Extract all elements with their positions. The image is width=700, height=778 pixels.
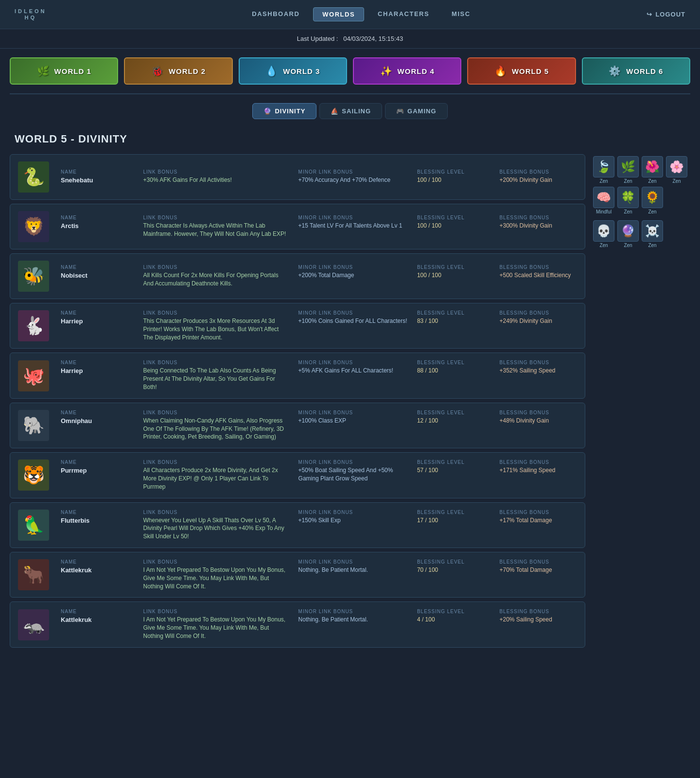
deity-col-minor: Minor Link Bonus +100% Coins Gained For … xyxy=(294,310,412,325)
deity-name-value: Kattlekruk xyxy=(61,616,134,624)
world5-label: WORLD 5 xyxy=(512,67,549,75)
minor-bonus-label: Minor Link Bonus xyxy=(298,215,407,220)
deity-col-link: Link Bonus This Character Produces 3x Mo… xyxy=(139,310,294,341)
world2-label: WORLD 2 xyxy=(169,67,206,75)
deity-name-value: Snehebatu xyxy=(61,176,134,185)
deity-card: 🐝 Name Nobisect Link Bonus All Kills Cou… xyxy=(10,253,585,299)
world-tab-3[interactable]: 💧 WORLD 3 xyxy=(239,57,347,85)
deity-col-level: Blessing Level 100 / 100 xyxy=(412,265,495,280)
deity-name-value: Harriep xyxy=(61,317,134,326)
link-bonus-value: Being Connected To The Lab Also Counts A… xyxy=(143,367,289,391)
deity-card: 🦁 Name Arctis Link Bonus This Character … xyxy=(10,204,585,249)
linked-char-avatar: 🧠 xyxy=(593,187,614,208)
world2-icon: 🐞 xyxy=(151,65,164,77)
blessing-bonus-value: +70% Total Damage xyxy=(499,566,572,574)
linked-char-avatar: 🌸 xyxy=(666,156,687,177)
blessing-bonus-label: Blessing Bonus xyxy=(499,360,572,365)
deity-name-value: Purrmep xyxy=(61,466,134,475)
linked-char-name: Zen xyxy=(599,178,608,184)
world-tab-6[interactable]: ⚙️ WORLD 6 xyxy=(582,57,690,85)
linked-char-name: Mindful xyxy=(596,209,612,214)
minor-bonus-value: +100% Coins Gained For ALL Characters! xyxy=(298,317,407,325)
minor-bonus-label: Minor Link Bonus xyxy=(298,609,407,614)
deity-col-name: Name Purrmep xyxy=(56,460,139,475)
link-bonus-value: I Am Not Yet Prepared To Bestow Upon You… xyxy=(143,616,289,640)
minor-bonus-label: Minor Link Bonus xyxy=(298,169,407,175)
blessing-level-label: Blessing Level xyxy=(417,265,490,270)
link-bonus-label: Link Bonus xyxy=(143,360,289,365)
minor-bonus-label: Minor Link Bonus xyxy=(298,510,407,515)
blessing-level-value: 100 / 100 xyxy=(417,222,490,230)
blessing-level-value: 83 / 100 xyxy=(417,317,490,325)
blessing-level-label: Blessing Level xyxy=(417,609,490,614)
link-bonus-label: Link Bonus xyxy=(143,510,289,515)
link-bonus-value: Whenever You Level Up A Skill Thats Over… xyxy=(143,516,289,541)
nav-characters[interactable]: CHARACTERS xyxy=(369,7,438,21)
link-bonus-label: Link Bonus xyxy=(143,460,289,465)
linked-char-name: Zen xyxy=(624,243,632,248)
link-bonus-value: When Claiming Non-Candy AFK Gains, Also … xyxy=(143,417,289,441)
deity-col-name: Name Harriep xyxy=(56,360,139,375)
deity-name-label: Name xyxy=(61,169,134,175)
blessing-level-value: 57 / 100 xyxy=(417,466,490,475)
link-bonus-value: This Character Produces 3x More Resource… xyxy=(143,317,289,341)
minor-bonus-label: Minor Link Bonus xyxy=(298,559,407,565)
deity-col-minor: Minor Link Bonus +150% Skill Exp xyxy=(294,510,412,525)
nav-worlds[interactable]: WORLDS xyxy=(313,7,364,21)
deity-name-value: Flutterbis xyxy=(61,516,134,525)
world-tab-1[interactable]: 🌿 WORLD 1 xyxy=(10,57,118,85)
world-tab-5[interactable]: 🔥 WORLD 5 xyxy=(467,57,576,85)
linked-char: 🧠 Mindful xyxy=(593,187,614,214)
deity-avatar: 🐘 xyxy=(18,410,49,441)
linked-char-avatar: 🌻 xyxy=(642,187,663,208)
nav-misc[interactable]: MISC xyxy=(443,7,479,21)
blessing-bonus-label: Blessing Bonus xyxy=(499,410,572,415)
blessing-level-value: 4 / 100 xyxy=(417,616,490,624)
tab-sailing[interactable]: ⛵ SAILING xyxy=(319,103,382,119)
linked-char-avatar: 🌿 xyxy=(617,156,639,177)
nav-dashboard[interactable]: DASHBOARD xyxy=(243,7,308,21)
linked-char: 💀 Zen xyxy=(593,220,614,248)
linked-char-avatar: 🍃 xyxy=(593,156,614,177)
logo-line2: HQ xyxy=(15,15,47,20)
deity-name-label: Name xyxy=(61,510,134,515)
deity-list: 🐍 Name Snehebatu Link Bonus +30% AFK Gai… xyxy=(10,154,585,648)
link-bonus-value: +30% AFK Gains For All Activities! xyxy=(143,176,289,184)
deity-info: Name Flutterbis Link Bonus Whenever You … xyxy=(56,510,577,541)
deity-col-name: Name Omniphau xyxy=(56,410,139,425)
deity-col-name: Name Nobisect xyxy=(56,265,139,280)
tab-gaming[interactable]: 🎮 GAMING xyxy=(385,103,447,119)
deity-col-minor: Minor Link Bonus Nothing. Be Patient Mor… xyxy=(294,609,412,624)
deity-col-link: Link Bonus Being Connected To The Lab Al… xyxy=(139,360,294,391)
deity-name-value: Nobisect xyxy=(61,271,134,280)
deity-col-link: Link Bonus Whenever You Level Up A Skill… xyxy=(139,510,294,541)
deity-name-label: Name xyxy=(61,460,134,465)
deity-col-level: Blessing Level 4 / 100 xyxy=(412,609,495,624)
world3-icon: 💧 xyxy=(265,65,278,77)
logout-button[interactable]: ↪ LOGOUT xyxy=(647,11,685,18)
linked-char-name: Zen xyxy=(648,178,656,184)
deity-col-name: Name Flutterbis xyxy=(56,510,139,525)
deity-info: Name Purrmep Link Bonus All Characters P… xyxy=(56,460,577,491)
deity-avatar: 🐂 xyxy=(18,559,49,590)
world4-label: WORLD 4 xyxy=(398,67,435,75)
deity-card: 🐇 Name Harriep Link Bonus This Character… xyxy=(10,303,585,349)
tab-divinity[interactable]: 🔮 DIVINITY xyxy=(252,103,316,119)
world6-label: WORLD 6 xyxy=(626,67,663,75)
blessing-level-label: Blessing Level xyxy=(417,310,490,316)
deity-col-link: Link Bonus I Am Not Yet Prepared To Best… xyxy=(139,609,294,640)
minor-bonus-label: Minor Link Bonus xyxy=(298,410,407,415)
linked-char-name: Zen xyxy=(624,178,632,184)
blessing-level-label: Blessing Level xyxy=(417,215,490,220)
linked-char: 🌺 Zen xyxy=(642,156,663,184)
deity-name-label: Name xyxy=(61,559,134,565)
deity-col-blessing: Blessing Bonus +70% Total Damage xyxy=(494,559,577,574)
blessing-bonus-value: +20% Sailing Speed xyxy=(499,616,572,624)
deity-col-level: Blessing Level 100 / 100 xyxy=(412,215,495,230)
last-updated-bar: Last Updated : 04/03/2024, 15:15:43 xyxy=(0,29,700,49)
deity-name-label: Name xyxy=(61,310,134,316)
world-tab-2[interactable]: 🐞 WORLD 2 xyxy=(124,57,232,85)
world-tab-4[interactable]: ✨ WORLD 4 xyxy=(353,57,461,85)
gaming-icon: 🎮 xyxy=(396,107,404,115)
blessing-bonus-value: +300% Divinity Gain xyxy=(499,222,572,230)
